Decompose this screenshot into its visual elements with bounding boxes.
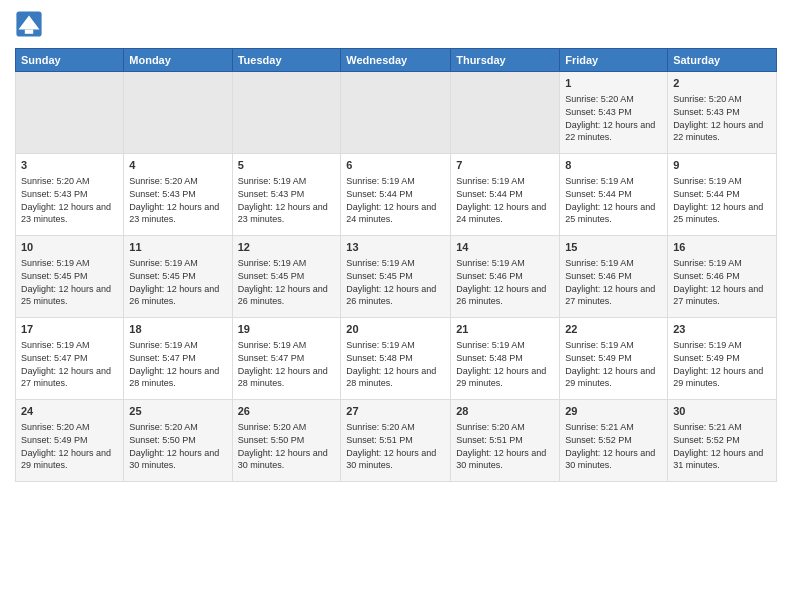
daylight-text: Daylight: 12 hours and 29 minutes. xyxy=(673,365,771,390)
calendar-cell: 26Sunrise: 5:20 AMSunset: 5:50 PMDayligh… xyxy=(232,400,341,482)
sunrise-text: Sunrise: 5:20 AM xyxy=(129,175,226,188)
day-number: 11 xyxy=(129,240,226,255)
daylight-text: Daylight: 12 hours and 29 minutes. xyxy=(565,365,662,390)
sunrise-text: Sunrise: 5:20 AM xyxy=(565,93,662,106)
day-number: 28 xyxy=(456,404,554,419)
daylight-text: Daylight: 12 hours and 30 minutes. xyxy=(129,447,226,472)
calendar-cell: 6Sunrise: 5:19 AMSunset: 5:44 PMDaylight… xyxy=(341,154,451,236)
calendar-cell: 18Sunrise: 5:19 AMSunset: 5:47 PMDayligh… xyxy=(124,318,232,400)
sunset-text: Sunset: 5:49 PM xyxy=(21,434,118,447)
sunset-text: Sunset: 5:44 PM xyxy=(456,188,554,201)
sunset-text: Sunset: 5:46 PM xyxy=(456,270,554,283)
sunset-text: Sunset: 5:43 PM xyxy=(673,106,771,119)
sunset-text: Sunset: 5:50 PM xyxy=(238,434,336,447)
daylight-text: Daylight: 12 hours and 23 minutes. xyxy=(129,201,226,226)
calendar-cell: 19Sunrise: 5:19 AMSunset: 5:47 PMDayligh… xyxy=(232,318,341,400)
sunrise-text: Sunrise: 5:19 AM xyxy=(565,257,662,270)
daylight-text: Daylight: 12 hours and 25 minutes. xyxy=(21,283,118,308)
weekday-header: Sunday xyxy=(16,49,124,72)
day-number: 26 xyxy=(238,404,336,419)
sunrise-text: Sunrise: 5:19 AM xyxy=(673,257,771,270)
daylight-text: Daylight: 12 hours and 22 minutes. xyxy=(565,119,662,144)
sunset-text: Sunset: 5:47 PM xyxy=(238,352,336,365)
calendar-cell: 2Sunrise: 5:20 AMSunset: 5:43 PMDaylight… xyxy=(668,72,777,154)
day-number: 8 xyxy=(565,158,662,173)
sunset-text: Sunset: 5:52 PM xyxy=(673,434,771,447)
weekday-header: Monday xyxy=(124,49,232,72)
calendar-table: SundayMondayTuesdayWednesdayThursdayFrid… xyxy=(15,48,777,482)
logo xyxy=(15,10,47,38)
weekday-header: Thursday xyxy=(451,49,560,72)
sunrise-text: Sunrise: 5:20 AM xyxy=(673,93,771,106)
daylight-text: Daylight: 12 hours and 26 minutes. xyxy=(346,283,445,308)
daylight-text: Daylight: 12 hours and 30 minutes. xyxy=(238,447,336,472)
daylight-text: Daylight: 12 hours and 26 minutes. xyxy=(456,283,554,308)
day-number: 9 xyxy=(673,158,771,173)
daylight-text: Daylight: 12 hours and 23 minutes. xyxy=(238,201,336,226)
sunrise-text: Sunrise: 5:21 AM xyxy=(565,421,662,434)
calendar-cell xyxy=(124,72,232,154)
daylight-text: Daylight: 12 hours and 28 minutes. xyxy=(129,365,226,390)
sunrise-text: Sunrise: 5:19 AM xyxy=(456,339,554,352)
calendar-cell: 17Sunrise: 5:19 AMSunset: 5:47 PMDayligh… xyxy=(16,318,124,400)
sunrise-text: Sunrise: 5:20 AM xyxy=(129,421,226,434)
calendar-cell: 15Sunrise: 5:19 AMSunset: 5:46 PMDayligh… xyxy=(560,236,668,318)
header xyxy=(15,10,777,38)
daylight-text: Daylight: 12 hours and 24 minutes. xyxy=(456,201,554,226)
sunrise-text: Sunrise: 5:19 AM xyxy=(565,339,662,352)
daylight-text: Daylight: 12 hours and 31 minutes. xyxy=(673,447,771,472)
sunset-text: Sunset: 5:45 PM xyxy=(129,270,226,283)
daylight-text: Daylight: 12 hours and 23 minutes. xyxy=(21,201,118,226)
daylight-text: Daylight: 12 hours and 26 minutes. xyxy=(238,283,336,308)
calendar-cell: 16Sunrise: 5:19 AMSunset: 5:46 PMDayligh… xyxy=(668,236,777,318)
sunrise-text: Sunrise: 5:19 AM xyxy=(673,339,771,352)
calendar-cell: 4Sunrise: 5:20 AMSunset: 5:43 PMDaylight… xyxy=(124,154,232,236)
calendar-cell xyxy=(232,72,341,154)
day-number: 24 xyxy=(21,404,118,419)
sunrise-text: Sunrise: 5:21 AM xyxy=(673,421,771,434)
calendar-cell: 23Sunrise: 5:19 AMSunset: 5:49 PMDayligh… xyxy=(668,318,777,400)
sunrise-text: Sunrise: 5:19 AM xyxy=(456,257,554,270)
calendar-cell xyxy=(16,72,124,154)
sunrise-text: Sunrise: 5:20 AM xyxy=(456,421,554,434)
sunset-text: Sunset: 5:43 PM xyxy=(565,106,662,119)
sunrise-text: Sunrise: 5:20 AM xyxy=(21,175,118,188)
day-number: 5 xyxy=(238,158,336,173)
daylight-text: Daylight: 12 hours and 22 minutes. xyxy=(673,119,771,144)
daylight-text: Daylight: 12 hours and 29 minutes. xyxy=(456,365,554,390)
weekday-header: Friday xyxy=(560,49,668,72)
sunset-text: Sunset: 5:46 PM xyxy=(565,270,662,283)
day-number: 20 xyxy=(346,322,445,337)
sunrise-text: Sunrise: 5:19 AM xyxy=(129,339,226,352)
sunrise-text: Sunrise: 5:19 AM xyxy=(673,175,771,188)
sunrise-text: Sunrise: 5:19 AM xyxy=(456,175,554,188)
day-number: 7 xyxy=(456,158,554,173)
sunrise-text: Sunrise: 5:19 AM xyxy=(238,175,336,188)
sunset-text: Sunset: 5:47 PM xyxy=(21,352,118,365)
sunrise-text: Sunrise: 5:19 AM xyxy=(21,339,118,352)
daylight-text: Daylight: 12 hours and 27 minutes. xyxy=(673,283,771,308)
day-number: 6 xyxy=(346,158,445,173)
calendar-cell: 25Sunrise: 5:20 AMSunset: 5:50 PMDayligh… xyxy=(124,400,232,482)
calendar-cell: 12Sunrise: 5:19 AMSunset: 5:45 PMDayligh… xyxy=(232,236,341,318)
sunset-text: Sunset: 5:46 PM xyxy=(673,270,771,283)
calendar-week-row: 1Sunrise: 5:20 AMSunset: 5:43 PMDaylight… xyxy=(16,72,777,154)
daylight-text: Daylight: 12 hours and 25 minutes. xyxy=(673,201,771,226)
daylight-text: Daylight: 12 hours and 30 minutes. xyxy=(456,447,554,472)
calendar-week-row: 3Sunrise: 5:20 AMSunset: 5:43 PMDaylight… xyxy=(16,154,777,236)
sunset-text: Sunset: 5:45 PM xyxy=(238,270,336,283)
sunset-text: Sunset: 5:44 PM xyxy=(565,188,662,201)
day-number: 17 xyxy=(21,322,118,337)
sunset-text: Sunset: 5:51 PM xyxy=(456,434,554,447)
weekday-header: Tuesday xyxy=(232,49,341,72)
daylight-text: Daylight: 12 hours and 28 minutes. xyxy=(346,365,445,390)
sunset-text: Sunset: 5:44 PM xyxy=(673,188,771,201)
calendar-cell xyxy=(341,72,451,154)
sunrise-text: Sunrise: 5:19 AM xyxy=(346,257,445,270)
daylight-text: Daylight: 12 hours and 24 minutes. xyxy=(346,201,445,226)
sunrise-text: Sunrise: 5:19 AM xyxy=(21,257,118,270)
sunset-text: Sunset: 5:43 PM xyxy=(21,188,118,201)
calendar-cell: 28Sunrise: 5:20 AMSunset: 5:51 PMDayligh… xyxy=(451,400,560,482)
sunrise-text: Sunrise: 5:20 AM xyxy=(238,421,336,434)
sunset-text: Sunset: 5:43 PM xyxy=(129,188,226,201)
